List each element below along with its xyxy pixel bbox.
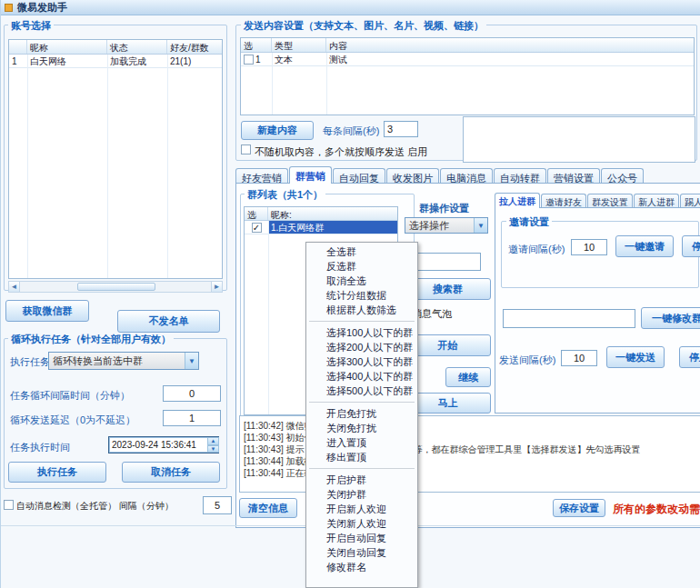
menu-item[interactable]: 进入置顶 — [306, 435, 417, 450]
loop-interval-input[interactable]: 0 — [163, 385, 221, 402]
new-content-button[interactable]: 新建内容 — [241, 121, 314, 140]
menu-item[interactable]: 反选群 — [306, 259, 417, 274]
menu-item[interactable]: 选择100人以下的群 — [306, 325, 417, 340]
random-content-checkbox[interactable] — [241, 145, 251, 154]
scrollbar-thumb[interactable] — [77, 283, 155, 291]
scroll-right-icon[interactable]: ► — [211, 282, 222, 292]
menu-item[interactable]: 选择500人以下的群 — [306, 384, 417, 398]
no-send-button[interactable]: 不发名单 — [117, 310, 220, 333]
content-preview-box[interactable] — [463, 116, 695, 163]
dropdown-arrow-icon[interactable]: ▼ — [185, 353, 198, 369]
table-gridline — [27, 55, 28, 278]
save-warning-text: 所有的参数改动需要保存 — [613, 502, 700, 517]
menu-item[interactable]: 选择300人以下的群 — [306, 354, 417, 369]
content-table[interactable]: 选 类型 内容 1 文本 测试 — [240, 37, 695, 115]
invite-interval-label: 邀请间隔(秒) — [508, 243, 565, 256]
menu-item[interactable]: 开启自动回复 — [306, 531, 417, 545]
content-row[interactable]: 1 文本 测试 — [241, 53, 694, 66]
save-settings-button[interactable]: 保存设置 — [553, 499, 605, 517]
group-op-dropdown[interactable]: 选择操作 ▼ — [405, 217, 488, 234]
invite-interval-input[interactable]: 10 — [571, 239, 607, 255]
sub-tab[interactable]: 新人进群 — [634, 194, 679, 208]
main-tab-selected[interactable]: 群营销 — [289, 166, 332, 184]
menu-item[interactable]: 开启护群 — [306, 473, 417, 487]
table-gridline — [167, 55, 168, 278]
menu-item[interactable]: 选择200人以下的群 — [306, 340, 417, 354]
account-row[interactable]: 1 白天网络 加载完成 21(1) — [9, 55, 222, 68]
menu-item[interactable]: 关闭新人欢迎 — [306, 516, 417, 531]
send-button[interactable]: 一键发送 — [606, 346, 665, 368]
account-row-num: 1 — [9, 55, 27, 67]
sub-tab-selected[interactable]: 拉人进群 — [495, 193, 540, 208]
title-bar[interactable]: 微易发助手 — [1, 0, 700, 15]
main-tab[interactable]: 电脑消息 — [440, 168, 493, 184]
auto-check-checkbox[interactable] — [4, 500, 14, 510]
menu-item[interactable]: 选择400人以下的群 — [306, 369, 417, 384]
main-tab[interactable]: 自动转群 — [494, 168, 546, 184]
continue-button[interactable]: 继续 — [445, 367, 491, 387]
content-row-checkbox[interactable] — [244, 55, 254, 65]
exec-time-input[interactable]: 2023-09-24 15:36:41 — [108, 436, 219, 453]
rename-group-button[interactable]: 一键修改群名 — [641, 307, 700, 329]
group-context-menu: 全选群 反选群 取消全选 统计分组数据 根据群人数筛选 选择100人以下的群 选… — [305, 242, 418, 588]
menu-item[interactable]: 开启新人欢迎 — [306, 502, 417, 516]
group-op-label: 群操作设置 — [419, 202, 469, 215]
task-type-label: 执行任务 — [10, 355, 50, 369]
accounts-groupbox-title: 账号选择 — [8, 19, 54, 33]
group-row-checkbox-checked[interactable]: ✓ — [252, 223, 262, 233]
exec-time-spinner[interactable]: ▲ ▼ — [207, 437, 219, 453]
menu-item[interactable]: 开启免打扰 — [306, 406, 417, 421]
menu-separator — [309, 402, 415, 403]
scroll-left-icon[interactable]: ◄ — [9, 282, 20, 292]
account-row-count: 21(1) — [167, 55, 222, 67]
task-groupbox-title: 循环执行任务（针对全部用户有效） — [8, 333, 174, 346]
menu-item[interactable]: 修改群名 — [306, 560, 417, 574]
dropdown-arrow-icon[interactable]: ▼ — [474, 218, 487, 233]
spin-down-icon[interactable]: ▼ — [207, 445, 219, 453]
window-title: 微易发助手 — [17, 1, 67, 15]
main-tab[interactable]: 公众号 — [601, 168, 644, 184]
menu-item[interactable]: 根据群人数筛选 — [306, 303, 417, 317]
menu-item[interactable]: 取消全选 — [306, 274, 417, 288]
auto-check-interval-input[interactable]: 5 — [203, 496, 232, 514]
accounts-col-nickname: 昵称 — [27, 40, 107, 54]
spin-up-icon[interactable]: ▲ — [207, 437, 219, 445]
accounts-hscrollbar[interactable]: ◄ ► — [8, 281, 223, 293]
invite-button[interactable]: 一键邀请 — [615, 235, 674, 257]
menu-item[interactable]: 统计分组数据 — [306, 288, 417, 303]
fetch-groups-button[interactable]: 获取微信群 — [5, 300, 89, 322]
content-col-type: 类型 — [272, 38, 326, 52]
table-gridline — [268, 221, 269, 414]
menu-item[interactable]: 移出置顶 — [306, 450, 417, 464]
random-content-label: 不随机取内容，多个就按顺序发送 启用 — [255, 145, 427, 159]
content-interval-input[interactable]: 3 — [384, 121, 418, 137]
sub-tab[interactable]: 踢人 — [680, 194, 700, 208]
main-tab[interactable]: 好友营销 — [235, 168, 288, 184]
run-task-button[interactable]: 执行任务 — [8, 462, 106, 483]
invite-stop-button[interactable]: 停止 — [682, 235, 700, 257]
main-tab[interactable]: 营销设置 — [547, 168, 600, 184]
accounts-table[interactable]: 昵称 状态 好友/群数 1 白天网络 加载完成 21(1) — [8, 39, 223, 279]
menu-item[interactable]: 关闭护群 — [306, 487, 417, 502]
content-row-num: 1 — [255, 55, 261, 65]
sub-tab[interactable]: 邀请好友 — [541, 194, 586, 208]
send-stop-button[interactable]: 停止 — [679, 346, 700, 368]
task-type-dropdown[interactable]: 循环转换当前选中群 ▼ — [48, 352, 199, 370]
task-type-value: 循环转换当前选中群 — [49, 354, 185, 368]
group-name-input[interactable] — [503, 309, 635, 328]
invite-groupbox-title: 邀请设置 — [506, 215, 552, 229]
send-interval-input[interactable]: 10 — [561, 350, 597, 366]
content-row-type: 文本 — [272, 53, 326, 65]
menu-item[interactable]: 全选群 — [306, 244, 417, 259]
delay-input[interactable]: 1 — [163, 410, 221, 426]
clear-log-button[interactable]: 清空信息 — [239, 498, 297, 518]
main-tab[interactable]: 收发图片 — [386, 168, 439, 184]
group-col-select: 选 — [245, 207, 268, 220]
cancel-task-button[interactable]: 取消任务 — [122, 462, 220, 483]
menu-item[interactable]: 关闭自动回复 — [306, 545, 417, 560]
menu-item[interactable]: 关闭免打扰 — [306, 421, 417, 435]
main-tab[interactable]: 自动回复 — [333, 168, 385, 184]
group-col-name: 昵称: — [268, 207, 397, 220]
group-row-select: ✓ — [245, 221, 268, 234]
sub-tab[interactable]: 群发设置 — [587, 194, 633, 208]
